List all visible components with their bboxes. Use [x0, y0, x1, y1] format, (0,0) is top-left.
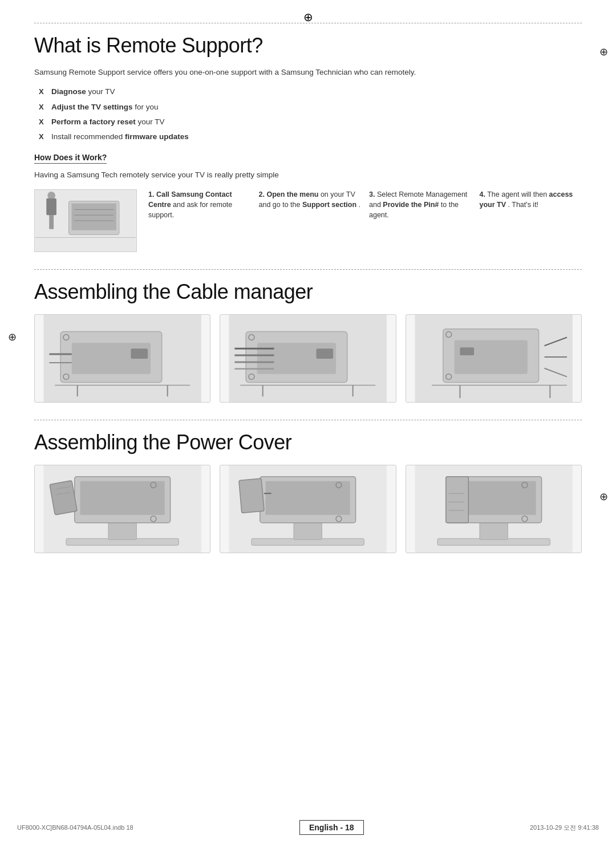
cable-img-3	[406, 314, 582, 403]
how-does-it-work: How Does it Work? Having a Samsung Tech …	[34, 153, 582, 181]
steps-text: 1. Call Samsung Contact Centre and ask f…	[148, 189, 582, 220]
svg-rect-50	[80, 481, 165, 514]
divider-cable	[34, 269, 582, 270]
cable-img-1	[34, 314, 210, 403]
cable-svg-1	[35, 315, 210, 402]
reg-mark-left-mid: ⊕	[8, 331, 17, 343]
svg-rect-53	[50, 480, 77, 514]
power-cover-section: Assembling the Power Cover	[34, 420, 582, 553]
step4-num: 4.	[480, 190, 485, 198]
power-svg-2	[220, 465, 395, 553]
svg-rect-6	[71, 203, 116, 230]
cable-manager-title: Assembling the Cable manager	[34, 280, 582, 304]
footer: UF8000-XC]BN68-04794A-05L04.indb 18 Engl…	[0, 820, 616, 835]
step1-text: 1. Call Samsung Contact Centre and ask f…	[148, 189, 251, 220]
cable-manager-images	[34, 314, 582, 403]
bullet-firmware: Install recommended firmware updates	[51, 131, 582, 143]
subsection-desc: Having a Samsung Tech remotely service y…	[34, 169, 582, 181]
remote-support-title: What is Remote Support?	[34, 34, 582, 58]
svg-rect-67	[480, 521, 508, 539]
remote-support-intro: Samsung Remote Support service offers yo…	[34, 67, 582, 78]
svg-rect-58	[294, 521, 322, 539]
svg-rect-36	[454, 340, 527, 374]
bullet-diagnose: Diagnose your TV	[51, 86, 582, 98]
step1-diagram-svg	[35, 190, 136, 251]
cable-img-2	[220, 314, 396, 403]
footer-center-text: English - 18	[299, 820, 364, 835]
svg-rect-63	[239, 478, 264, 513]
svg-point-2	[47, 191, 55, 199]
step4-rest2: . That's it!	[508, 201, 539, 209]
power-img-3	[406, 465, 582, 553]
reg-mark-right-mid: ⊕	[599, 490, 608, 503]
step2-num: 2.	[259, 190, 265, 198]
step1-image	[34, 189, 137, 252]
steps-area: 1. Call Samsung Contact Centre and ask f…	[34, 189, 582, 252]
reg-mark-right-top: ⊕	[599, 46, 608, 58]
step2-rest2: .	[359, 201, 360, 209]
step3-text: 3. Select Remote Management and Provide …	[369, 189, 472, 220]
page: ⊕ ⊕ ⊕ ⊕ What is Remote Support? Samsung …	[0, 0, 616, 852]
remote-support-section: What is Remote Support? Samsung Remote S…	[34, 23, 582, 252]
power-img-2	[220, 465, 396, 553]
bullet-factory-reset: Perform a factory reset your TV	[51, 116, 582, 128]
step2-bold2: Support section	[302, 201, 356, 209]
divider-power	[34, 420, 582, 420]
step2-bold1: Open the menu	[266, 190, 318, 198]
cable-manager-section: Assembling the Cable manager	[34, 269, 582, 403]
step2-text: 2. Open the menu on your TV and go to th…	[259, 189, 362, 220]
svg-rect-39	[460, 347, 474, 355]
svg-rect-72	[445, 476, 468, 522]
power-svg-3	[406, 465, 581, 553]
power-cover-title: Assembling the Power Cover	[34, 431, 582, 455]
power-cover-images	[34, 465, 582, 553]
footer-right-text: 2013-10-29 오전 9:41:38	[530, 823, 599, 832]
step3-bold: Provide the Pin#	[383, 201, 439, 209]
power-svg-1	[35, 465, 210, 553]
remote-support-bullets: Diagnose your TV Adjust the TV settings …	[51, 86, 582, 143]
step1-num: 1.	[148, 190, 154, 198]
step4-text: 4. The agent will then access your TV . …	[480, 189, 582, 220]
cable-svg-2	[220, 315, 395, 402]
svg-rect-30	[317, 348, 334, 359]
svg-rect-48	[108, 521, 136, 539]
step4-rest1: The agent will then	[487, 190, 549, 198]
svg-rect-60	[266, 481, 350, 514]
subsection-title: How Does it Work?	[34, 153, 107, 164]
reg-mark-top: ⊕	[303, 10, 313, 24]
step3-num: 3.	[369, 190, 375, 198]
svg-rect-1	[46, 198, 56, 214]
svg-rect-20	[131, 348, 148, 359]
power-img-1	[34, 465, 210, 553]
footer-left-text: UF8000-XC]BN68-04794A-05L04.indb 18	[17, 824, 133, 831]
cable-svg-3	[406, 315, 581, 402]
svg-rect-3	[49, 215, 54, 229]
bullet-adjust: Adjust the TV settings for you	[51, 102, 582, 113]
